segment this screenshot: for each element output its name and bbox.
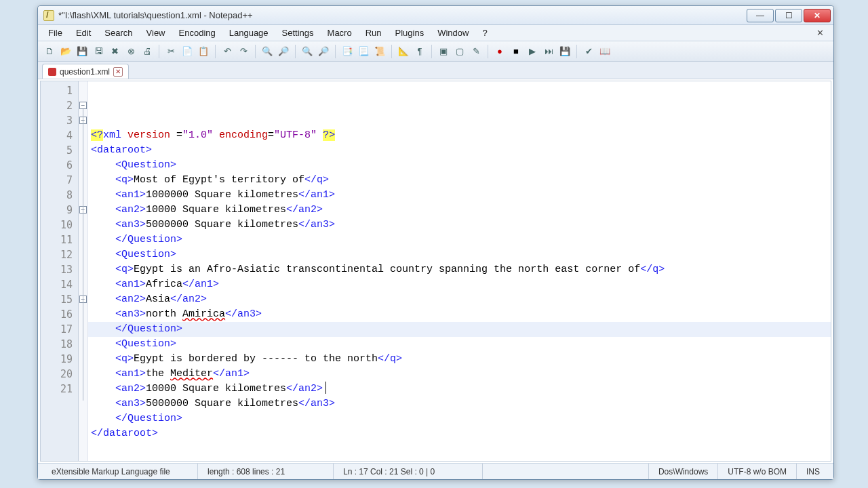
window-buttons: — ☐ ✕	[747, 9, 831, 22]
redo-icon[interactable]: ↷	[236, 44, 251, 59]
menu-search[interactable]: Search	[98, 26, 138, 39]
zoom-in-icon[interactable]: 🔍	[300, 44, 315, 59]
tab-close-icon[interactable]: ✕	[113, 67, 123, 77]
status-filetype: eXtensible Markup Language file	[42, 464, 198, 479]
indent-icon[interactable]: ¶	[412, 44, 427, 59]
status-length: length : 608 lines : 21	[198, 464, 334, 479]
fold-column: −−−−	[79, 81, 88, 461]
status-mode: INS	[797, 464, 829, 479]
menu-window[interactable]: Window	[431, 26, 475, 39]
open-icon[interactable]: 📂	[58, 44, 73, 59]
guide-icon[interactable]: 📐	[396, 44, 411, 59]
spell-icon[interactable]: ✔	[581, 44, 596, 59]
ww1-icon[interactable]: 📑	[340, 44, 355, 59]
zoom-out-icon[interactable]: 🔎	[316, 44, 331, 59]
menu-language[interactable]: Language	[223, 26, 275, 39]
unfold-icon[interactable]: ▢	[452, 44, 467, 59]
fold-toggle-icon[interactable]: −	[79, 102, 87, 109]
cut-icon[interactable]: ✂	[163, 44, 178, 59]
code-line[interactable]: <Question>	[91, 337, 828, 352]
paste-icon[interactable]: 📋	[196, 44, 211, 59]
copy-icon[interactable]: 📄	[180, 44, 195, 59]
menu-edit[interactable]: Edit	[70, 26, 97, 39]
code-line[interactable]: <an3>north Amirica</an3>	[91, 307, 828, 322]
code-line[interactable]: </dataroot>	[91, 426, 828, 441]
code-line[interactable]: <?xml version ="1.0" encoding="UTF-8" ?>	[91, 128, 828, 143]
app-window: *"I:\flash\XML tutorials\question1.xml -…	[37, 5, 834, 480]
menu-file[interactable]: File	[42, 26, 68, 39]
editor: 123456789101112131415161718192021 −−−− <…	[40, 81, 831, 462]
fold-icon[interactable]: ▣	[436, 44, 451, 59]
code-line[interactable]: <an1>Africa</an1>	[91, 277, 828, 292]
toolbar: 🗋📂💾🖫✖⊗🖨✂📄📋↶↷🔍🔎🔍🔎📑📃📜📐¶▣▢✎●■▶⏭💾✔📖	[38, 41, 833, 62]
tabbar: question1.xml ✕	[38, 62, 833, 79]
undo-icon[interactable]: ↶	[220, 44, 235, 59]
menubar: FileEditSearchViewEncodingLanguageSettin…	[38, 25, 833, 41]
code-area[interactable]: <?xml version ="1.0" encoding="UTF-8" ?>…	[88, 81, 831, 461]
unsaved-indicator-icon	[48, 68, 56, 76]
book-icon[interactable]: 📖	[597, 44, 612, 59]
play-icon[interactable]: ▶	[525, 44, 540, 59]
code-line[interactable]: <an3>5000000 Square kilometres</an3>	[91, 218, 828, 232]
code-line[interactable]: <dataroot>	[91, 143, 828, 158]
code-line[interactable]: </Question>	[91, 411, 828, 426]
status-position: Ln : 17 Col : 21 Sel : 0 | 0	[334, 464, 483, 479]
code-line[interactable]: <q>Most of Egypt's territory of</q>	[91, 173, 828, 188]
menubar-close-icon[interactable]: ✕	[811, 26, 829, 39]
code-line[interactable]: </Question>	[91, 322, 828, 337]
window-title: *"I:\flash\XML tutorials\question1.xml -…	[58, 10, 747, 20]
ww2-icon[interactable]: 📃	[356, 44, 371, 59]
menu-settings[interactable]: Settings	[276, 26, 320, 39]
rec-icon[interactable]: ●	[492, 44, 507, 59]
ww3-icon[interactable]: 📜	[372, 44, 387, 59]
stop-icon[interactable]: ■	[509, 44, 524, 59]
code-line[interactable]: <an2>Asia</an2>	[91, 292, 828, 307]
close-button[interactable]: ✕	[804, 9, 831, 22]
close-icon[interactable]: ✖	[107, 44, 122, 59]
code-line[interactable]: <an2>10000 Square kilometres</an2>	[91, 382, 828, 396]
print-icon[interactable]: 🖨	[140, 44, 155, 59]
statusbar: eXtensible Markup Language file length :…	[38, 463, 833, 479]
replace-icon[interactable]: 🔎	[276, 44, 291, 59]
minimize-button[interactable]: —	[747, 9, 774, 22]
code-line[interactable]: <Question>	[91, 158, 828, 173]
save-all-icon[interactable]: 🖫	[91, 44, 106, 59]
save-macro-icon[interactable]: 💾	[557, 44, 572, 59]
menu-run[interactable]: Run	[359, 26, 388, 39]
menu-plugins[interactable]: Plugins	[389, 26, 431, 39]
menu-encoding[interactable]: Encoding	[173, 26, 222, 39]
code-line[interactable]: </Question>	[91, 232, 828, 247]
app-icon	[43, 10, 54, 21]
menu-view[interactable]: View	[140, 26, 172, 39]
code-line[interactable]: <an2>10000 Square kilometres</an2>	[91, 203, 828, 218]
highlight-icon[interactable]: ✎	[469, 44, 484, 59]
maximize-button[interactable]: ☐	[775, 9, 802, 22]
file-tab[interactable]: question1.xml ✕	[42, 64, 129, 79]
code-line[interactable]: <Question>	[91, 247, 828, 262]
code-line[interactable]: <an1>the Mediter</an1>	[91, 367, 828, 382]
menu-macro[interactable]: Macro	[321, 26, 358, 39]
code-line[interactable]: <an3>5000000 Square kilometres</an3>	[91, 396, 828, 411]
new-icon[interactable]: 🗋	[42, 44, 57, 59]
find-icon[interactable]: 🔍	[260, 44, 275, 59]
titlebar[interactable]: *"I:\flash\XML tutorials\question1.xml -…	[38, 6, 833, 25]
status-encoding: UTF-8 w/o BOM	[718, 464, 797, 479]
status-eol: Dos\Windows	[649, 464, 718, 479]
close-all-icon[interactable]: ⊗	[123, 44, 138, 59]
menu-help[interactable]: ?	[476, 26, 493, 39]
line-gutter: 123456789101112131415161718192021	[41, 81, 79, 461]
code-line[interactable]: <an1>1000000 Square kilometres</an1>	[91, 188, 828, 203]
code-line[interactable]: <q>Egypt is bordered by ------ to the no…	[91, 352, 828, 367]
code-line[interactable]: <q>Egypt is an Afro-Asiatic transcontine…	[91, 262, 828, 277]
tab-label: question1.xml	[60, 67, 110, 77]
save-icon[interactable]: 💾	[75, 44, 90, 59]
play2-icon[interactable]: ⏭	[541, 44, 556, 59]
